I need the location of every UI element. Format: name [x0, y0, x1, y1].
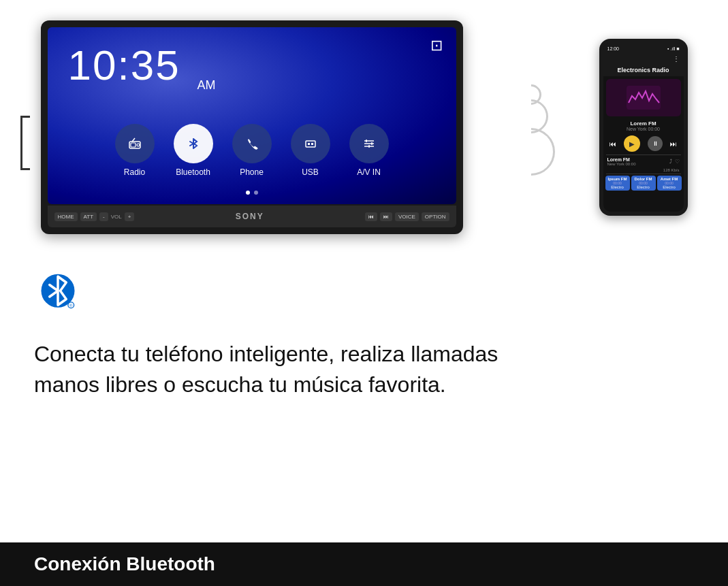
vol-minus-button[interactable]: - [99, 212, 108, 221]
screen-icon-usb[interactable]: USB [291, 124, 330, 177]
phone-prev-button[interactable]: ⏮ [610, 140, 616, 148]
phone-status-bar: 12:00 ▪ .ıll ■ [603, 43, 684, 54]
ctrl-group-right: ⏮ ⏭ VOICE OPTION [365, 212, 449, 221]
station-2[interactable]: Dolor FM 00:00 Electro [631, 176, 656, 191]
svg-rect-1 [131, 143, 136, 147]
phone-play-button[interactable]: ▶ [624, 135, 640, 152]
phone-app-title: Electronics Radio [603, 64, 684, 76]
radio-icon-circle [115, 124, 155, 163]
wave-arc-large [497, 118, 565, 186]
stereo-screen: 10:35 AM ⊡ Radio [48, 27, 456, 204]
att-button[interactable]: ATT [80, 212, 97, 221]
avin-label: A/V IN [357, 167, 381, 177]
favorite-icon[interactable]: ♡ [675, 159, 680, 165]
option-button[interactable]: OPTION [422, 212, 449, 221]
phone-track-row: Lorem FM New York 00:00 ⤴ ♡ [603, 155, 684, 168]
phone-mockup: 12:00 ▪ .ıll ■ ⋮ Electronics Radio Lorem… [599, 39, 688, 216]
bluetooth-signal-waves [504, 84, 558, 170]
phone-album-art [606, 79, 681, 116]
bluetooth-logo-container: ® [34, 268, 82, 319]
dot-2 [254, 191, 258, 195]
voice-button[interactable]: VOICE [395, 212, 419, 221]
usb-label: USB [302, 167, 319, 177]
phone-track-info: Lorem FM New York 00:00 [603, 119, 684, 133]
phone-time: 12:00 [607, 46, 620, 51]
svg-rect-12 [368, 145, 370, 148]
avin-icon-circle [349, 124, 389, 163]
screen-pagination [246, 191, 258, 195]
phone-icon-circle [232, 124, 272, 163]
vol-plus-button[interactable]: + [125, 212, 135, 221]
stereo-unit: 10:35 AM ⊡ Radio [41, 20, 463, 234]
stereo-time: 10:35 [68, 41, 180, 89]
stereo-controls-bar: HOME ATT - VOL + SONY ⏮ ⏭ VOICE OPTION [48, 206, 456, 227]
phone-track-name: Lorem FM [606, 120, 681, 127]
home-button[interactable]: HOME [54, 212, 78, 221]
station-1[interactable]: Ipsum FM 00:00 Electro [605, 176, 630, 191]
svg-rect-4 [306, 141, 315, 147]
svg-rect-5 [308, 143, 310, 145]
screen-icon-bluetooth[interactable]: Bluetooth [174, 124, 213, 177]
middle-section: ® [0, 248, 728, 325]
phone-menu-icon[interactable]: ⋮ [673, 55, 680, 63]
screen-icon-radio[interactable]: Radio [115, 124, 155, 177]
dot-1 [246, 191, 250, 195]
screen-icon-phone[interactable]: Phone [232, 124, 272, 177]
usb-icon-circle [291, 124, 330, 163]
svg-rect-10 [366, 140, 367, 142]
phone-bitrate: 128 Kb/s [663, 168, 680, 172]
phone-label: Phone [240, 167, 264, 177]
next-track-button[interactable]: ⏭ [380, 212, 392, 221]
svg-rect-6 [311, 143, 313, 145]
phone-playback-controls: ⏮ ▶ ⏸ ⏭ [603, 133, 684, 154]
bracket-indicator [20, 116, 30, 170]
ctrl-group-left: HOME ATT - VOL + [54, 212, 135, 221]
svg-rect-11 [371, 142, 373, 145]
share-icon[interactable]: ⤴ [669, 159, 672, 165]
bluetooth-logo-svg: ® [34, 268, 82, 316]
bottom-banner: Conexión Bluetooth [0, 542, 728, 586]
phone-signal-icons: ▪ .ıll ■ [667, 46, 680, 51]
phone-next-button[interactable]: ⏭ [670, 140, 677, 148]
banner-text: Conexión Bluetooth [34, 553, 215, 574]
sony-brand: SONY [236, 212, 264, 221]
top-section: 10:35 AM ⊡ Radio [0, 0, 728, 248]
phone-track-detail: Lorem FM New York 00:00 [607, 157, 636, 166]
screen-icons-row: Radio Bluetooth [48, 124, 456, 177]
radio-label: Radio [124, 167, 145, 177]
screen-media-icon: ⊡ [430, 37, 443, 54]
description-text: Conecta tu teléfono inteligente, realiza… [34, 339, 694, 400]
phone-stations-list: Ipsum FM 00:00 Electro Dolor FM 00:00 El… [603, 174, 684, 192]
vol-label: VOL [111, 214, 122, 220]
phone-screen: 12:00 ▪ .ıll ■ ⋮ Electronics Radio Lorem… [603, 43, 684, 212]
description-section: Conecta tu teléfono inteligente, realiza… [0, 325, 728, 421]
station-3[interactable]: Amet FM 00:00 Electro [657, 176, 682, 191]
bluetooth-icon-circle [174, 124, 213, 163]
phone-pause-button[interactable]: ⏸ [648, 136, 663, 151]
bluetooth-label: Bluetooth [176, 167, 210, 177]
screen-icon-avin[interactable]: A/V IN [349, 124, 389, 177]
stereo-ampm: AM [197, 78, 216, 93]
svg-point-2 [137, 144, 140, 146]
prev-track-button[interactable]: ⏮ [365, 212, 377, 221]
svg-text:®: ® [69, 303, 73, 308]
phone-track-location: New York 00:00 [606, 127, 681, 131]
